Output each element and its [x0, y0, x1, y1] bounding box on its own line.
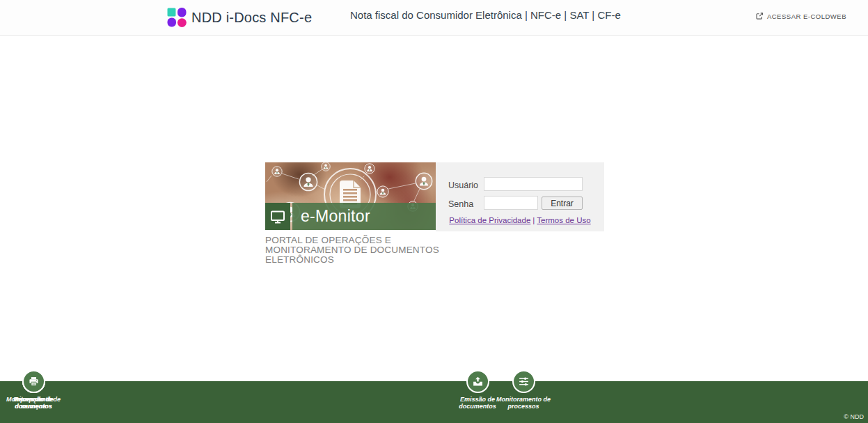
access-ecoldweb-label: ACESSAR E-COLDWEB	[767, 13, 846, 20]
access-ecoldweb-link[interactable]: ACESSAR E-COLDWEB	[755, 12, 846, 20]
emonitor-band: e-Monitor	[265, 203, 436, 230]
sliders-icon	[512, 370, 535, 393]
legal-links: Política de Privacidade|Termos de Uso	[436, 216, 604, 224]
top-header: NDD i-Docs NFC-e Nota fiscal do Consumid…	[0, 0, 868, 36]
footer-item-monitoramento-processos[interactable]: Monitoramento de processos	[490, 370, 557, 410]
monitor-icon	[269, 208, 286, 225]
login-section: e-Monitor Usuário Senha Entrar Política …	[265, 162, 604, 266]
portal-caption: PORTAL DE OPERAÇÕES E MONITORAMENTO DE D…	[265, 236, 441, 266]
external-link-icon	[755, 12, 764, 20]
header-subtitle: Nota fiscal do Consumidor Eletrônica | N…	[350, 9, 621, 21]
username-label: Usuário	[448, 180, 478, 190]
footer-item-label: Impressão de documentos	[0, 396, 67, 410]
privacy-policy-link[interactable]: Política de Privacidade	[449, 216, 530, 224]
person-node-icon	[365, 164, 374, 174]
app-logo[interactable]: NDD i-Docs NFC-e	[167, 8, 312, 27]
person-node-icon	[416, 173, 432, 189]
footer-item-label: Monitoramento de processos	[490, 396, 557, 410]
person-node-icon	[377, 186, 388, 197]
page: NDD i-Docs NFC-e Nota fiscal do Consumid…	[0, 0, 868, 423]
upload-tray-icon	[466, 370, 489, 393]
footer-item-impressao[interactable]: Impressão de documentos	[0, 370, 67, 410]
copyright: © NDD	[844, 413, 864, 420]
person-node-icon	[322, 162, 331, 171]
login-button[interactable]: Entrar	[542, 197, 583, 210]
footer-bar	[0, 381, 868, 423]
emonitor-banner: e-Monitor	[265, 162, 436, 230]
username-input[interactable]	[484, 177, 583, 191]
monitor-icon-tile	[265, 203, 290, 230]
links-separator: |	[532, 216, 535, 224]
emonitor-band-rest: e-Monitor	[292, 203, 436, 230]
login-form: Usuário Senha Entrar Política de Privaci…	[436, 162, 604, 231]
ndd-logo-icon	[167, 8, 187, 27]
product-name: e-Monitor	[292, 207, 370, 226]
person-node-icon	[299, 173, 317, 190]
password-input[interactable]	[484, 196, 538, 210]
app-title: NDD i-Docs NFC-e	[191, 10, 312, 26]
terms-of-use-link[interactable]: Termos de Uso	[537, 216, 590, 224]
password-label: Senha	[448, 199, 473, 209]
person-node-icon	[272, 167, 282, 176]
printer-icon	[22, 370, 45, 393]
